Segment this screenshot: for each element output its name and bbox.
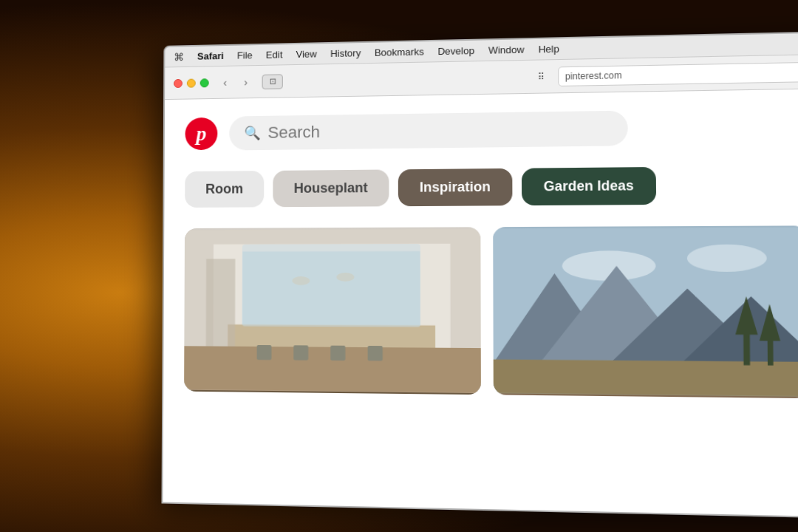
search-placeholder: Search bbox=[267, 123, 320, 143]
svg-rect-11 bbox=[206, 259, 236, 347]
search-bar[interactable]: 🔍 Search bbox=[229, 111, 628, 151]
image-grid bbox=[184, 225, 798, 398]
menu-file[interactable]: File bbox=[237, 50, 253, 61]
svg-rect-9 bbox=[330, 346, 345, 361]
nav-buttons: ‹ › bbox=[216, 75, 255, 90]
menu-edit[interactable]: Edit bbox=[266, 49, 283, 60]
tab-grid-icon[interactable]: ⠿ bbox=[531, 69, 550, 84]
svg-point-6 bbox=[336, 273, 354, 282]
svg-rect-7 bbox=[257, 345, 272, 360]
outdoor-image bbox=[493, 225, 798, 398]
image-card-interior[interactable] bbox=[184, 227, 481, 395]
url-bar[interactable] bbox=[558, 61, 798, 86]
search-icon: 🔍 bbox=[244, 125, 260, 141]
chip-houseplant[interactable]: Houseplant bbox=[273, 169, 389, 207]
chip-inspiration[interactable]: Inspiration bbox=[398, 168, 513, 206]
svg-rect-4 bbox=[228, 324, 435, 348]
pinterest-logo-char: p bbox=[196, 122, 206, 146]
interior-image bbox=[184, 227, 481, 395]
minimize-button[interactable] bbox=[187, 78, 196, 87]
apple-menu[interactable]: ⌘ bbox=[174, 51, 184, 63]
svg-rect-8 bbox=[293, 345, 308, 360]
traffic-lights bbox=[174, 78, 209, 88]
menu-view[interactable]: View bbox=[296, 48, 317, 60]
menu-bookmarks[interactable]: Bookmarks bbox=[375, 46, 424, 58]
app-name[interactable]: Safari bbox=[197, 50, 224, 62]
forward-button[interactable]: › bbox=[237, 75, 255, 89]
sidebar-toggle[interactable]: ⊡ bbox=[262, 74, 283, 89]
chip-garden-ideas[interactable]: Garden Ideas bbox=[522, 167, 656, 205]
svg-rect-10 bbox=[368, 346, 383, 361]
svg-point-5 bbox=[292, 276, 310, 285]
menu-develop[interactable]: Develop bbox=[437, 45, 474, 57]
svg-rect-2 bbox=[242, 251, 420, 332]
pinterest-header: p 🔍 Search bbox=[185, 108, 798, 151]
back-button[interactable]: ‹ bbox=[216, 75, 234, 89]
outdoor-svg bbox=[493, 225, 798, 398]
browser-window: ⌘ Safari File Edit View History Bookmark… bbox=[161, 31, 798, 518]
category-chips: Room Houseplant Inspiration Garden Ideas bbox=[185, 166, 798, 208]
chip-room[interactable]: Room bbox=[185, 171, 264, 208]
maximize-button[interactable] bbox=[200, 78, 209, 87]
menu-history[interactable]: History bbox=[330, 47, 361, 59]
svg-rect-19 bbox=[494, 359, 798, 396]
interior-svg bbox=[184, 227, 481, 395]
svg-point-14 bbox=[687, 245, 767, 272]
menu-help[interactable]: Help bbox=[538, 43, 559, 55]
pinterest-logo[interactable]: p bbox=[185, 117, 217, 150]
image-card-outdoor[interactable] bbox=[493, 225, 798, 398]
menu-window[interactable]: Window bbox=[488, 44, 525, 55]
close-button[interactable] bbox=[174, 78, 183, 87]
pinterest-page: p 🔍 Search Room Houseplant Inspiration G… bbox=[163, 89, 798, 516]
